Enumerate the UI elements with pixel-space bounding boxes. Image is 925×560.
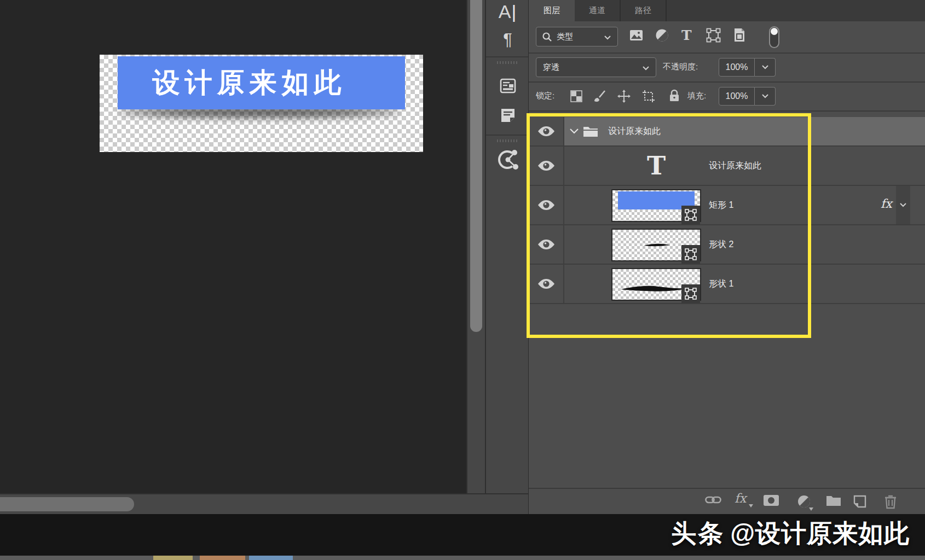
lock-transparency-icon[interactable] [570, 90, 582, 104]
new-layer-button[interactable] [853, 494, 867, 509]
opacity-label: 不透明度: [663, 52, 698, 81]
filter-text-layers-icon[interactable]: T [681, 27, 692, 43]
panel-grip-dots[interactable] [497, 61, 519, 64]
adjustment-layer-button[interactable] [797, 494, 811, 509]
filtering-toggle[interactable] [769, 26, 779, 48]
link-layers-button[interactable] [705, 494, 721, 505]
watermark: 头条@设计原来如此 [671, 517, 910, 551]
filter-shape-layers-icon[interactable] [706, 28, 721, 45]
lock-pixels-brush-icon[interactable] [593, 90, 606, 105]
document-canvas[interactable]: 设计原来如此 [100, 55, 423, 152]
toggle-knob [771, 28, 778, 35]
new-group-button[interactable] [826, 494, 841, 506]
horizontal-scrollbar[interactable] [0, 497, 134, 511]
paragraph-styles-panel-icon[interactable] [486, 106, 529, 127]
taskbar-app-segment [153, 556, 193, 560]
chevron-down-icon [900, 203, 906, 207]
watermark-handle: @设计原来如此 [730, 519, 910, 547]
taskbar-app-segment [200, 556, 245, 560]
layers-panel-footer: fx [529, 488, 925, 514]
filter-type-label: 类型 [557, 32, 573, 42]
bottom-strip: 头条@设计原来如此 [0, 514, 925, 556]
chevron-down-icon [762, 65, 768, 69]
taskbar-edge[interactable] [0, 556, 925, 560]
effects-collapse-button[interactable] [896, 186, 910, 224]
canvas-area[interactable]: 设计原来如此 [0, 0, 466, 493]
tab-layers[interactable]: 图层 [529, 0, 575, 21]
divider [529, 110, 925, 112]
chevron-down-icon [643, 66, 649, 71]
fill-label: 填充: [687, 81, 706, 110]
chevron-down-icon [604, 36, 611, 40]
paragraph-panel-icon[interactable]: ¶ [486, 30, 529, 50]
vertical-scrollbar-track [466, 0, 486, 493]
add-mask-button[interactable] [763, 494, 779, 506]
fill-value[interactable]: 100% [719, 87, 755, 106]
tab-paths[interactable]: 路径 [621, 0, 667, 21]
dropdown-triangle [749, 504, 753, 508]
photoshop-window: 设计原来如此 A| ¶ 图层 通道 路径 [0, 0, 925, 560]
lock-artboard-icon[interactable] [642, 90, 655, 105]
tab-channels[interactable]: 通道 [575, 0, 621, 21]
banner-text: 设计原来如此 [153, 65, 346, 101]
panel-tabs-bar: 图层 通道 路径 [529, 0, 925, 21]
blend-mode-value: 穿透 [543, 62, 559, 73]
watermark-brand: 头条 [671, 519, 725, 547]
filter-smart-objects-icon[interactable] [732, 27, 747, 45]
dropdown-triangle [809, 508, 813, 511]
panel-grip-dots[interactable] [497, 139, 519, 142]
lock-label: 锁定: [536, 81, 554, 110]
divider [529, 81, 925, 83]
banner-rectangle: 设计原来如此 [118, 56, 405, 109]
lock-position-move-icon[interactable] [617, 90, 631, 105]
vertical-scrollbar[interactable] [470, 0, 482, 332]
opacity-dropdown-button[interactable] [755, 58, 776, 77]
search-icon [542, 32, 553, 43]
lock-all-icon[interactable] [668, 89, 680, 104]
filter-pixel-layers-icon[interactable] [629, 28, 644, 45]
fill-dropdown-button[interactable] [755, 87, 776, 106]
character-panel-icon[interactable]: A| [486, 1, 529, 22]
filter-adjustment-layers-icon[interactable] [655, 28, 669, 45]
horizontal-scrollbar-track [0, 493, 528, 515]
highlight-annotation-box [527, 113, 811, 338]
taskbar-app-segment [249, 556, 293, 560]
divider [486, 135, 529, 136]
opacity-value[interactable]: 100% [719, 58, 755, 77]
delete-layer-button[interactable] [883, 494, 898, 510]
banner-shadow-soft [149, 109, 368, 116]
divider [486, 56, 529, 57]
divider [529, 52, 925, 54]
filter-type-select[interactable]: 类型 [536, 27, 618, 46]
character-styles-panel-icon[interactable] [486, 77, 529, 97]
layer-fx-badge[interactable]: fx [881, 197, 892, 211]
node-graph-panel-icon[interactable] [486, 148, 529, 174]
chevron-down-icon [762, 94, 768, 98]
layer-style-button[interactable]: fx [735, 491, 746, 505]
panel-icons-column: A| ¶ [485, 0, 529, 493]
blend-mode-select[interactable]: 穿透 [536, 57, 656, 77]
